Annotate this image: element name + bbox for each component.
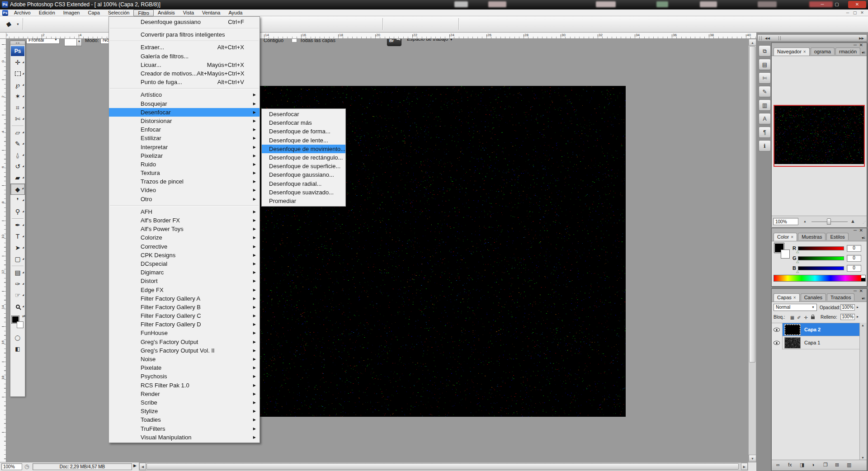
navigator-zoom-slider-thumb[interactable] [827, 218, 831, 225]
menu-item-colorize[interactable]: Colorize▶ [109, 233, 259, 242]
vertical-scrollbar[interactable]: ▲ ▼ [748, 39, 756, 462]
menu-item-desenfoque-de-forma[interactable]: Desenfoque de forma... [262, 127, 345, 136]
menubar-item-imagen[interactable]: Imagen [59, 9, 84, 16]
menu-item-rcs-filter-pak-1-0[interactable]: RCS Filter Pak 1.0▶ [109, 381, 259, 390]
menu-item-desenfoque-de-lente[interactable]: Desenfoque de lente... [262, 136, 345, 145]
menu-item-punto-de-fuga[interactable]: Punto de fuga...Alt+Ctrl+V [109, 78, 259, 86]
b-value-field[interactable]: 0 [847, 265, 861, 272]
panel-flyout-icon[interactable]: ▾≡ [862, 297, 865, 301]
layer-style-icon[interactable]: fx [788, 462, 792, 467]
menu-item-art-stico[interactable]: Artístico▶ [109, 90, 259, 99]
opacity-field[interactable]: 100% [840, 304, 855, 311]
marquee-tool[interactable]: ◢ [10, 68, 25, 80]
slider-thumb-icon[interactable]: △ [796, 250, 799, 254]
menu-item-desenfoque-radial[interactable]: Desenfoque radial... [262, 179, 345, 188]
menu-item-convertir-para-filtros-inteligentes[interactable]: Convertir para filtros inteligentes [109, 30, 259, 39]
menu-item-pixelate[interactable]: Pixelate▶ [109, 363, 259, 372]
menu-item-scribe[interactable]: Scribe▶ [109, 398, 259, 407]
panel-close-icon[interactable]: ✕ [859, 228, 863, 233]
toolbar-grip[interactable]: ◄► [10, 41, 25, 45]
menu-item-enfocar[interactable]: Enfocar▶ [109, 125, 259, 134]
new-layer-icon[interactable]: ⊞ [835, 462, 839, 468]
panel-flyout-icon[interactable]: ▾≡ [862, 236, 865, 240]
navigator-zoom-field[interactable]: 100% [773, 218, 798, 225]
menu-item-desenfocar[interactable]: Desenfocar [262, 110, 345, 118]
collapse-left-icon[interactable]: ◀◀ [765, 37, 770, 40]
pen-tool[interactable]: ✒◢ [10, 220, 25, 231]
fill-field[interactable]: 100% [840, 314, 855, 320]
menu-item-stylize[interactable]: Stylize▶ [109, 407, 259, 415]
slider-thumb-icon[interactable]: △ [796, 259, 799, 264]
quick-mask-button[interactable]: ◯ [10, 332, 25, 344]
lock-transparency-icon[interactable]: ▦ [789, 315, 796, 320]
g-slider[interactable] [798, 256, 844, 260]
menu-item-distort[interactable]: Distort▶ [109, 277, 259, 285]
resize-grip-icon[interactable]: ⋰ [863, 221, 866, 224]
eye-icon[interactable] [774, 341, 780, 345]
panel-minimize-icon[interactable]: ─ [854, 42, 857, 47]
status-flyout-icon[interactable]: ▶ [133, 463, 137, 468]
menu-item-filter-factory-gallery-b[interactable]: Filter Factory Gallery B▶ [109, 303, 259, 311]
layer-visibility-cell[interactable] [772, 323, 783, 336]
menu-item-render[interactable]: Render▶ [109, 390, 259, 398]
panel-minimize-icon[interactable]: ─ [854, 288, 857, 293]
tab-rmaci-n[interactable]: rmación [835, 47, 860, 55]
layers-scrollbar[interactable]: ▲ ▼ [859, 323, 867, 460]
menu-item-greg-s-factory-output-vol-ii[interactable]: Greg's Factory Output Vol. II▶ [109, 346, 259, 355]
layer-visibility-cell[interactable] [772, 336, 783, 349]
menu-item-alf-s-border-fx[interactable]: Alf's Border FX▶ [109, 216, 259, 225]
shape-tool[interactable]: ▢◢ [10, 254, 25, 265]
menu-item-desenfoque-de-rect-ngulo[interactable]: Desenfoque de rectángulo... [262, 153, 345, 162]
menu-item-cpk-designs[interactable]: CPK Designs▶ [109, 251, 259, 259]
tab-trazados[interactable]: Trazados [827, 293, 854, 301]
collapse-right-icon[interactable]: ▶▶ [859, 37, 864, 40]
scroll-down-icon[interactable]: ▼ [749, 455, 756, 462]
tool-preset-dropdown-icon[interactable]: ▼ [16, 23, 19, 26]
vscroll-thumb[interactable] [749, 46, 755, 363]
menu-item-digimarc[interactable]: Digimarc▶ [109, 268, 259, 277]
background-color-swatch[interactable] [17, 321, 24, 328]
scroll-right-icon[interactable]: ▶ [741, 463, 748, 470]
tab-capas[interactable]: Capas× [774, 293, 800, 301]
dock-collapse-bar[interactable]: ◀◀ ▶▶ [757, 34, 867, 42]
menu-item-afh[interactable]: AFH▶ [109, 207, 259, 216]
tab-navegador[interactable]: Navegador× [774, 47, 810, 56]
tab-estilos[interactable]: Estilos [826, 233, 848, 240]
dock-panel-info-icon[interactable]: ℹ [759, 140, 771, 151]
menu-item-desenfoque-de-superficie[interactable]: Desenfoque de superficie... [262, 162, 345, 170]
menu-item-alf-s-power-toys[interactable]: Alf's Power Toys▶ [109, 225, 259, 233]
lock-pixels-icon[interactable]: ✐ [796, 315, 802, 320]
opacity-slider-icon[interactable]: ▸ [857, 305, 859, 309]
dodge-tool[interactable]: ⚲◢ [10, 206, 25, 217]
tab-muestras[interactable]: Muestras [798, 233, 826, 240]
menu-item-textura[interactable]: Textura▶ [109, 169, 259, 177]
doc-minimize-button[interactable]: ─ [844, 10, 851, 15]
menu-item-desenfoque-gaussiano[interactable]: Desenfoque gaussianoCtrl+F [109, 18, 259, 26]
eraser-tool[interactable]: ▰◢ [10, 172, 25, 184]
tab-close-icon[interactable]: × [793, 295, 796, 300]
blend-mode-select[interactable]: Normal ▼ [774, 304, 817, 311]
tab-close-icon[interactable]: × [803, 49, 806, 54]
menu-item-v-deo[interactable]: Vídeo▶ [109, 186, 259, 194]
menu-item-extraer[interactable]: Extraer...Alt+Ctrl+X [109, 43, 259, 52]
menu-item-funhouse[interactable]: FunHouse▶ [109, 329, 259, 337]
tab-close-icon[interactable]: × [791, 235, 793, 240]
b-slider[interactable] [798, 266, 844, 270]
menubar-item-vista[interactable]: Vista [179, 9, 198, 16]
scroll-left-icon[interactable]: ◀ [139, 463, 146, 470]
hscroll-thumb[interactable] [146, 463, 739, 470]
dock-panel-paragraph-icon[interactable]: ¶ [759, 127, 771, 138]
maximize-button[interactable]: ▢ [831, 1, 843, 8]
dock-panel-layer-comps-icon[interactable]: ▥ [759, 99, 771, 111]
tab-canales[interactable]: Canales [801, 293, 826, 301]
slider-thumb-icon[interactable]: △ [796, 269, 799, 273]
path-selection-tool[interactable]: ➤◢ [10, 242, 25, 254]
navigator-view-box[interactable] [774, 105, 865, 167]
clone-stamp-tool[interactable]: ⍙◢ [10, 150, 25, 161]
menu-item-trufilters[interactable]: TruFilters▶ [109, 424, 259, 433]
menubar-item-ayuda[interactable]: Ayuda [224, 9, 246, 16]
move-tool[interactable]: ✛◢ [10, 57, 25, 68]
link-layers-icon[interactable]: ∞ [776, 462, 780, 467]
panel-close-icon[interactable]: ✕ [859, 42, 863, 47]
menu-item-licuar[interactable]: Licuar...Mayús+Ctrl+X [109, 61, 259, 69]
